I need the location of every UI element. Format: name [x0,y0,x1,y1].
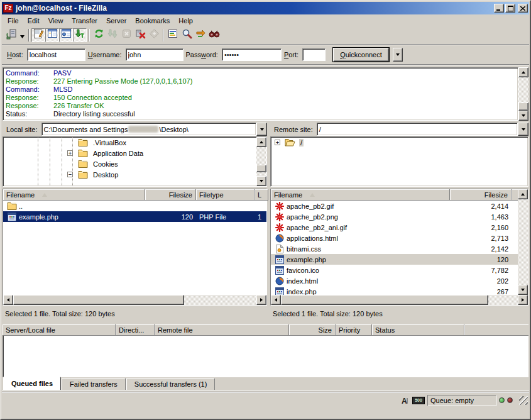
tab-queued-files[interactable]: Queued files [3,377,61,390]
file-cell-size: 120 [145,211,196,222]
port-input[interactable] [302,48,326,61]
toggle-log-icon [33,28,44,41]
resize-grip[interactable] [519,396,528,405]
menu-item-view[interactable]: View [44,16,68,26]
scroll-thumb[interactable] [281,295,488,305]
file-row[interactable]: index.html202 [271,275,518,286]
file-row[interactable]: index.php267 [271,286,518,295]
file-cell-name: apache_pb2_ani.gif [271,222,450,233]
column-header-filename[interactable]: Filename [271,189,450,201]
host-input[interactable] [27,48,85,61]
remote-site-combo[interactable]: / [317,123,518,136]
file-cell-name: bitnami.css [271,243,450,254]
scroll-thumb[interactable] [518,102,528,111]
refresh-button[interactable] [92,28,106,42]
menu-item-bookmarks[interactable]: Bookmarks [131,16,174,26]
menu-item-transfer[interactable]: Transfer [67,16,102,26]
tab-successful-transfers-1-[interactable]: Successful transfers (1) [126,378,216,390]
menu-item-edit[interactable]: Edit [23,16,44,26]
minimize-button[interactable] [494,4,504,13]
tree-item[interactable]: −Desktop [3,169,256,180]
file-row[interactable]: .. [3,201,266,211]
tree-item[interactable]: .VirtualBox [3,137,256,148]
tab-failed-transfers[interactable]: Failed transfers [62,378,126,390]
scroll-right-button[interactable] [256,295,266,305]
scroll-left-button[interactable] [3,295,13,305]
speed-limits-icon[interactable]: 500 [412,397,425,404]
menu-item-help[interactable]: Help [174,16,197,26]
filter-button[interactable] [166,28,180,42]
scroll-left-button[interactable] [271,295,281,305]
file-row[interactable]: applications.html2,713 [271,233,518,243]
disconnect-button[interactable] [133,28,147,42]
remote-vertical-scrollbar[interactable] [518,189,528,295]
reconnect-button[interactable] [147,28,161,42]
scroll-up-button[interactable] [256,137,266,147]
scroll-up-button[interactable] [518,67,528,77]
scroll-down-button[interactable] [256,176,266,186]
local-site-combo[interactable]: C:\Documents and Settings\Desktop\ [41,123,256,136]
file-row[interactable]: apache_pb2.png1,463 [271,211,518,222]
toggle-queue-button[interactable] [73,28,87,42]
file-row[interactable]: apache_pb2_ani.gif2,160 [271,222,518,233]
scroll-right-button[interactable] [518,295,528,305]
remote-horizontal-scrollbar[interactable] [271,295,528,305]
tree-item[interactable]: +Application Data [3,148,256,158]
quickconnect-button[interactable]: Quickconnect [333,48,389,62]
expand-toggle[interactable]: + [275,140,280,145]
remote-site-dropdown-button[interactable] [518,123,528,136]
file-row[interactable]: apache_pb2.gif2,414 [271,201,518,211]
scroll-up-button[interactable] [518,189,528,199]
cancel-button[interactable] [119,28,133,42]
scroll-down-button[interactable] [518,285,528,295]
username-input[interactable] [126,48,183,61]
process-queue-button[interactable] [106,28,119,42]
apache-image-icon [274,202,285,211]
tree-item[interactable]: +/ [271,137,528,148]
queue-column-remotefile[interactable]: Remote file [155,324,289,336]
queue-column-priority[interactable]: Priority [336,324,372,336]
toggle-local-tree-button[interactable] [45,28,59,42]
file-row[interactable]: example.php120PHP File1 [3,211,266,222]
log-vertical-scrollbar[interactable] [518,67,528,121]
queue-column-directi[interactable]: Directi... [116,324,155,336]
file-row[interactable]: example.php120 [271,254,518,265]
site-manager-dropdown-button[interactable] [18,28,26,42]
scroll-down-button[interactable] [518,111,528,121]
file-row[interactable]: favicon.ico7,782 [271,265,518,275]
local-tree-scrollbar[interactable] [256,137,266,186]
queue-column-status[interactable]: Status [372,324,464,336]
log-line-text: 226 Transfer OK [53,102,104,110]
tree-item[interactable]: Cookies [3,158,256,169]
collapse-toggle[interactable]: − [67,172,73,177]
scroll-thumb[interactable] [256,165,266,172]
column-header-l[interactable]: L [255,189,268,201]
toggle-log-button[interactable] [31,28,45,42]
local-status-text: Selected 1 file. Total size: 120 bytes [3,307,267,321]
column-header-filename[interactable]: Filename [3,189,145,201]
local-horizontal-scrollbar[interactable] [3,295,266,305]
expand-toggle[interactable]: + [67,150,73,156]
queue-column-serverlocalfile[interactable]: Server/Local file [3,324,116,336]
firefox-html-icon [274,277,285,285]
data-type-indicator-icon[interactable]: A [398,395,410,406]
quickconnect-dropdown-button[interactable] [393,48,403,62]
scroll-thumb[interactable] [13,295,184,305]
close-button[interactable] [518,4,528,13]
menu-item-file[interactable]: File [3,16,23,26]
toggle-remote-tree-button[interactable] [59,28,73,42]
file-row[interactable]: bitnami.css2,142 [271,243,518,254]
menu-item-server[interactable]: Server [102,16,131,26]
sync-browsing-button[interactable] [194,28,207,42]
site-manager-button[interactable] [4,28,18,42]
column-header-filesize[interactable]: Filesize [145,189,196,201]
compare-button[interactable] [180,28,194,42]
column-header-filesize[interactable]: Filesize [450,189,512,201]
find-files-button[interactable] [207,28,221,42]
maximize-button[interactable] [505,4,515,13]
column-header-filetype[interactable]: Filetype [196,189,255,201]
queue-column-size[interactable]: Size [289,324,336,336]
local-site-dropdown-button[interactable] [256,123,267,136]
password-input[interactable] [222,48,282,61]
filezilla-logo-icon: Fz [3,4,13,13]
